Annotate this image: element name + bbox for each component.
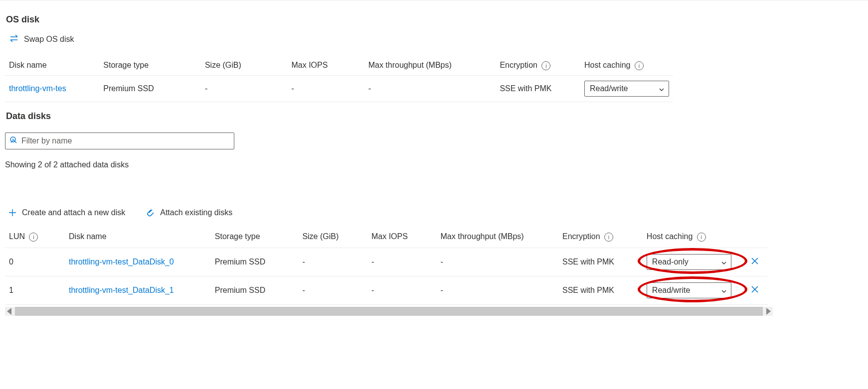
chevron-down-icon: [659, 86, 665, 92]
data-disk-host-caching-dropdown[interactable]: Read-only: [647, 254, 731, 270]
dropdown-value: Read/write: [590, 84, 628, 93]
data-disk-host-caching-dropdown[interactable]: Read/write: [647, 282, 731, 298]
col-max-iops: Max IOPS: [288, 56, 364, 75]
col-max-iops: Max IOPS: [367, 226, 437, 248]
os-disk-size: -: [201, 75, 288, 102]
os-disk-storage-type: Premium SSD: [99, 75, 201, 102]
cell-encryption: SSE with PMK: [558, 248, 643, 276]
data-disk-name-link[interactable]: throttling-vm-test_DataDisk_0: [69, 258, 174, 266]
col-encryption: Encryption i: [496, 56, 580, 75]
attach-existing-disks-link[interactable]: Attach existing disks: [145, 208, 232, 217]
col-disk-name: Disk name: [65, 226, 211, 248]
col-storage-type: Storage type: [211, 226, 299, 248]
col-lun: LUN i: [5, 226, 65, 248]
os-disk-name-link[interactable]: throttling-vm-tes: [9, 84, 66, 93]
cell-max-iops: -: [367, 276, 437, 304]
info-icon[interactable]: i: [635, 61, 644, 70]
col-encryption: Encryption i: [558, 226, 643, 248]
info-icon[interactable]: i: [604, 233, 613, 242]
os-disk-table: Disk name Storage type Size (GiB) Max IO…: [5, 56, 673, 102]
data-disks-title: Data disks: [6, 111, 863, 122]
cell-storage-type: Premium SSD: [211, 248, 299, 276]
cell-size: -: [298, 248, 367, 276]
filter-by-name-input[interactable]: [17, 136, 230, 146]
dropdown-value: Read/write: [652, 286, 690, 295]
col-host-caching: Host caching i: [580, 56, 673, 75]
scrollbar-thumb[interactable]: [15, 307, 763, 316]
col-max-throughput: Max throughput (MBps): [364, 56, 496, 75]
col-host-caching: Host caching i: [643, 226, 746, 248]
dropdown-value: Read-only: [652, 258, 689, 266]
cell-storage-type: Premium SSD: [211, 276, 299, 304]
create-attach-disk-link[interactable]: Create and attach a new disk: [8, 208, 125, 217]
info-icon[interactable]: i: [541, 61, 550, 70]
showing-count-text: Showing 2 of 2 attached data disks: [5, 160, 863, 169]
col-max-throughput: Max throughput (MBps): [437, 226, 558, 248]
cell-max-throughput: -: [437, 276, 558, 304]
delete-disk-icon[interactable]: [750, 287, 759, 295]
delete-disk-icon[interactable]: [750, 259, 759, 267]
cell-size: -: [298, 276, 367, 304]
info-icon[interactable]: i: [29, 233, 38, 242]
data-disk-row: 0 throttling-vm-test_DataDisk_0 Premium …: [5, 248, 768, 276]
os-disk-max-iops: -: [288, 75, 364, 102]
col-disk-name: Disk name: [5, 56, 99, 75]
os-disk-encryption: SSE with PMK: [496, 75, 580, 102]
cell-encryption: SSE with PMK: [558, 276, 643, 304]
swap-os-disk-label: Swap OS disk: [24, 35, 74, 44]
data-disk-row: 1 throttling-vm-test_DataDisk_1 Premium …: [5, 276, 768, 304]
os-disk-host-caching-dropdown[interactable]: Read/write: [584, 81, 669, 97]
cell-lun: 1: [5, 276, 65, 304]
col-size: Size (GiB): [298, 226, 367, 248]
horizontal-scrollbar[interactable]: [5, 307, 773, 316]
attach-existing-disks-label: Attach existing disks: [160, 208, 232, 217]
chevron-down-icon: [721, 259, 727, 265]
filter-by-name-wrap[interactable]: [5, 132, 234, 149]
data-disk-name-link[interactable]: throttling-vm-test_DataDisk_1: [69, 286, 174, 294]
data-disks-table: LUN i Disk name Storage type Size (GiB) …: [5, 226, 768, 305]
create-attach-disk-label: Create and attach a new disk: [22, 208, 125, 217]
chevron-down-icon: [721, 287, 727, 293]
os-disk-row: throttling-vm-tes Premium SSD - - - SSE …: [5, 75, 673, 102]
cell-max-iops: -: [367, 248, 437, 276]
search-icon: [9, 136, 17, 146]
cell-lun: 0: [5, 248, 65, 276]
cell-max-throughput: -: [437, 248, 558, 276]
data-disks-scroll: LUN i Disk name Storage type Size (GiB) …: [5, 226, 773, 316]
os-disk-title: OS disk: [6, 14, 863, 25]
swap-os-disk-link[interactable]: Swap OS disk: [9, 34, 74, 45]
col-size: Size (GiB): [201, 56, 288, 75]
os-disk-max-throughput: -: [364, 75, 496, 102]
info-icon[interactable]: i: [697, 233, 706, 242]
col-storage-type: Storage type: [99, 56, 201, 75]
swap-icon: [9, 34, 19, 45]
